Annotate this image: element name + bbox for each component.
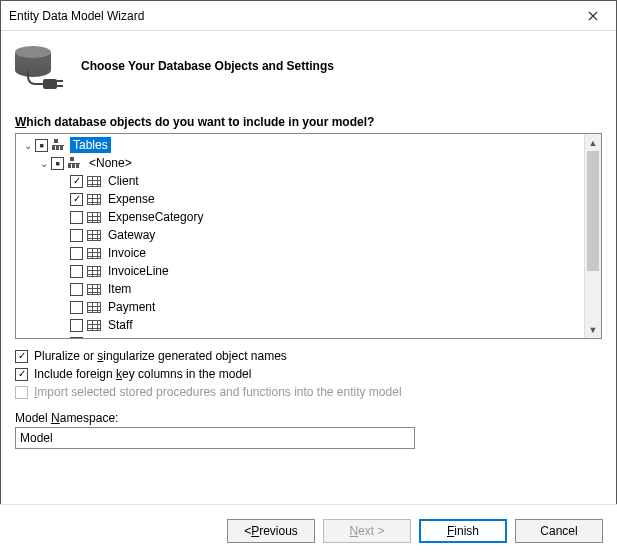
chevron-down-icon[interactable]: ⌄ <box>38 158 49 169</box>
tree-node-table[interactable]: Gateway <box>18 226 599 244</box>
tables-group-icon <box>52 139 66 151</box>
tree-node-table[interactable]: ExpenseCategory <box>18 208 599 226</box>
database-icon <box>15 45 57 87</box>
table-icon <box>87 248 101 259</box>
table-icon <box>87 284 101 295</box>
tree-checkbox[interactable] <box>70 301 83 314</box>
wizard-header: Choose Your Database Objects and Setting… <box>1 31 616 109</box>
tree-checkbox[interactable] <box>70 211 83 224</box>
tree-node-table[interactable]: Payment <box>18 298 599 316</box>
tree-label[interactable]: Invoice <box>105 245 149 261</box>
close-button[interactable] <box>570 1 616 31</box>
tree-node-table[interactable]: Staff <box>18 316 599 334</box>
page-heading: Choose Your Database Objects and Setting… <box>81 59 334 73</box>
tree-checkbox[interactable] <box>70 337 83 340</box>
table-icon <box>87 194 101 205</box>
tree-label[interactable]: System <box>105 335 151 339</box>
option-foreign-keys-checkbox[interactable] <box>15 368 28 381</box>
tree-label[interactable]: Payment <box>105 299 158 315</box>
tree-checkbox[interactable] <box>70 265 83 278</box>
wizard-footer: < Previous Next > Finish Cancel <box>0 504 617 559</box>
tree-checkbox[interactable] <box>70 175 83 188</box>
tree-checkbox[interactable] <box>70 283 83 296</box>
option-foreign-keys-label: Include foreign key columns in the model <box>34 367 251 381</box>
titlebar: Entity Data Model Wizard <box>1 1 616 31</box>
tree-scrollbar[interactable]: ▲ ▼ <box>584 134 601 338</box>
option-pluralize[interactable]: Pluralize or singularize generated objec… <box>15 349 602 363</box>
previous-button[interactable]: < Previous <box>227 519 315 543</box>
table-icon <box>87 230 101 241</box>
tree-checkbox[interactable] <box>70 247 83 260</box>
namespace-label: Model Namespace: <box>15 411 602 425</box>
option-foreign-keys[interactable]: Include foreign key columns in the model <box>15 367 602 381</box>
tree-label[interactable]: ExpenseCategory <box>105 209 206 225</box>
tree-label[interactable]: InvoiceLine <box>105 263 172 279</box>
tree-checkbox[interactable] <box>70 319 83 332</box>
tree-node-table[interactable]: Item <box>18 280 599 298</box>
table-icon <box>87 212 101 223</box>
tree-node-table[interactable]: InvoiceLine <box>18 262 599 280</box>
option-pluralize-checkbox[interactable] <box>15 350 28 363</box>
tree-label[interactable]: Item <box>105 281 134 297</box>
tree-label[interactable]: Gateway <box>105 227 158 243</box>
option-import-sprocs: Import selected stored procedures and fu… <box>15 385 602 399</box>
tree-label[interactable]: Expense <box>105 191 158 207</box>
prompt-label: Which database objects do you want to in… <box>15 115 602 129</box>
schema-icon <box>68 157 82 169</box>
scroll-down-icon[interactable]: ▼ <box>585 321 601 338</box>
window-title: Entity Data Model Wizard <box>9 9 570 23</box>
chevron-down-icon[interactable]: ⌄ <box>22 140 33 151</box>
tree-node-table[interactable]: System <box>18 334 599 339</box>
table-icon <box>87 176 101 187</box>
tree-node-table[interactable]: Expense <box>18 190 599 208</box>
option-import-sprocs-checkbox <box>15 386 28 399</box>
table-icon <box>87 266 101 277</box>
tree-checkbox[interactable] <box>51 157 64 170</box>
table-icon <box>87 338 101 340</box>
tree-label[interactable]: <None> <box>86 155 135 171</box>
cancel-button[interactable]: Cancel <box>515 519 603 543</box>
finish-button[interactable]: Finish <box>419 519 507 543</box>
namespace-input[interactable] <box>15 427 415 449</box>
tree-checkbox[interactable] <box>70 229 83 242</box>
tree-node-table[interactable]: Invoice <box>18 244 599 262</box>
tree-node-schema[interactable]: ⌄<None> <box>18 154 599 172</box>
next-button: Next > <box>323 519 411 543</box>
scroll-thumb[interactable] <box>587 151 599 271</box>
tree-node-tables[interactable]: ⌄Tables <box>18 136 599 154</box>
option-pluralize-label: Pluralize or singularize generated objec… <box>34 349 287 363</box>
option-import-sprocs-label: Import selected stored procedures and fu… <box>34 385 402 399</box>
table-icon <box>87 320 101 331</box>
objects-tree[interactable]: ⌄Tables⌄<None>ClientExpenseExpenseCatego… <box>15 133 602 339</box>
table-icon <box>87 302 101 313</box>
tree-label[interactable]: Staff <box>105 317 135 333</box>
tree-node-table[interactable]: Client <box>18 172 599 190</box>
tree-label[interactable]: Tables <box>70 137 111 153</box>
tree-label[interactable]: Client <box>105 173 142 189</box>
scroll-up-icon[interactable]: ▲ <box>585 134 601 151</box>
tree-checkbox[interactable] <box>70 193 83 206</box>
close-icon <box>588 11 598 21</box>
tree-checkbox[interactable] <box>35 139 48 152</box>
